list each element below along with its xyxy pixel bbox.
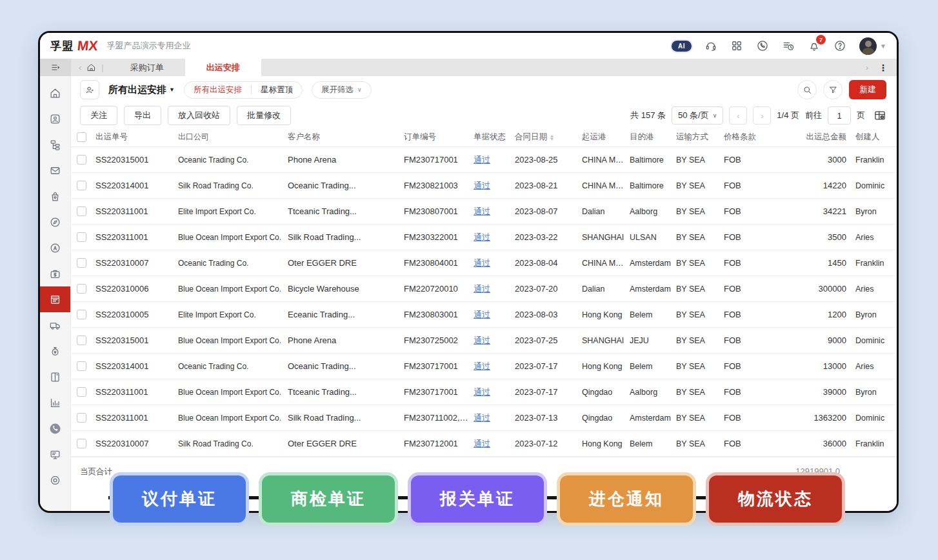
bulk-action-button[interactable]: 导出	[124, 106, 161, 125]
status-link[interactable]: 通过	[474, 232, 515, 243]
select-all-checkbox[interactable]	[77, 132, 86, 142]
forward-chevron-icon[interactable]: ›	[866, 63, 868, 72]
table-row[interactable]: SS220314001Oceanic Trading Co.Oceanic Tr…	[71, 354, 897, 379]
row-checkbox[interactable]	[77, 155, 86, 165]
sidebar-item-mail[interactable]	[40, 157, 70, 183]
next-page-button[interactable]: ›	[753, 106, 771, 125]
tab-inactive[interactable]: 采购订单	[109, 59, 185, 76]
sidebar-item-gear[interactable]	[40, 467, 70, 493]
row-checkbox[interactable]	[77, 439, 86, 448]
table-cell: ULSAN	[630, 233, 676, 242]
flow-button-1[interactable]: 议付单证	[113, 475, 246, 523]
sidebar-item-home[interactable]	[40, 80, 70, 106]
sidebar-item-contact-card[interactable]	[40, 106, 70, 132]
table-cell: Silk Road Trading...	[288, 232, 404, 242]
flow-button-4[interactable]: 进仓通知	[560, 475, 693, 523]
sidebar-item-org-chart[interactable]	[40, 132, 70, 157]
row-checkbox[interactable]	[77, 181, 86, 190]
sidebar-item-shipping-doc[interactable]	[40, 286, 70, 312]
sort-icon[interactable]: ▲▼	[550, 134, 554, 141]
headset-icon[interactable]	[704, 39, 717, 52]
table-row[interactable]: SS220315001Oceanic Trading Co.Phone Aren…	[71, 147, 897, 173]
sidebar-item-circle-a[interactable]	[40, 235, 70, 261]
sidebar-item-briefcase-dollar[interactable]	[40, 261, 70, 286]
status-link[interactable]: 通过	[474, 154, 515, 166]
sidebar-item-whatsapp[interactable]	[40, 415, 70, 441]
row-checkbox[interactable]	[77, 206, 86, 216]
flow-button-5[interactable]: 物流状态	[709, 475, 842, 523]
table-cell: Eceanic Trading...	[288, 310, 404, 319]
flow-button-2[interactable]: 商检单证	[262, 475, 395, 523]
search-icon[interactable]	[797, 80, 817, 99]
sidebar-item-money-bag[interactable]	[40, 338, 70, 364]
expand-filter-button[interactable]: 展开筛选 ∨	[312, 81, 372, 99]
goto-page-input[interactable]	[828, 106, 851, 125]
sidebar-item-bar-chart[interactable]	[40, 390, 70, 415]
back-chevron-icon[interactable]: ‹	[79, 63, 81, 72]
quick-filter-option[interactable]: 所有出运安排	[185, 82, 251, 98]
column-header[interactable]: 合同日期▲▼	[515, 132, 582, 143]
table-row[interactable]: SS220311001Blue Ocean Import Export Co.S…	[71, 225, 897, 250]
notifications-bell-icon[interactable]: 7	[808, 39, 821, 52]
row-checkbox[interactable]	[77, 387, 86, 397]
sidebar-item-notebook[interactable]	[40, 364, 70, 390]
phone-icon[interactable]	[756, 39, 769, 52]
view-selector[interactable]: 所有出运安排 ▼	[108, 84, 175, 96]
table-settings-icon[interactable]	[873, 109, 886, 122]
ai-assistant-button[interactable]: AI	[672, 41, 692, 52]
create-button[interactable]: 新建	[849, 80, 886, 99]
table-row[interactable]: SS220310005Elite Import Export Co.Eceani…	[71, 302, 897, 328]
avatar[interactable]	[859, 37, 877, 55]
row-checkbox[interactable]	[77, 258, 86, 268]
table-cell: Amsterdam	[630, 259, 676, 268]
table-row[interactable]: SS220314001Silk Road Trading Co.Oceanic …	[71, 173, 897, 199]
table-row[interactable]: SS220310007Silk Road Trading Co.Oter EGG…	[71, 431, 897, 457]
table-row[interactable]: SS220311001Elite Import Export Co.Ttcean…	[71, 199, 897, 225]
status-link[interactable]: 通过	[474, 412, 515, 424]
status-link[interactable]: 通过	[474, 309, 515, 321]
activity-log-icon[interactable]	[782, 39, 795, 52]
table-row[interactable]: SS220311001Blue Ocean Import Export Co.T…	[71, 379, 897, 405]
status-link[interactable]: 通过	[474, 438, 515, 450]
more-options-icon[interactable]: ⋮	[879, 63, 888, 73]
sidebar-item-monitor[interactable]	[40, 441, 70, 467]
home-tab-icon[interactable]	[86, 63, 96, 72]
table-row[interactable]: SS220310007Oceanic Trading Co.Oter EGGER…	[71, 250, 897, 276]
user-menu[interactable]: ▼	[859, 37, 886, 55]
status-link[interactable]: 通过	[474, 257, 515, 269]
flow-button-3[interactable]: 报关单证	[411, 475, 544, 523]
table-row[interactable]: SS220315001Blue Ocean Import Export Co.P…	[71, 328, 897, 354]
row-checkbox[interactable]	[77, 284, 86, 294]
sidebar-item-bag[interactable]	[40, 183, 70, 209]
status-link[interactable]: 通过	[474, 283, 515, 295]
page-size-select[interactable]: 50 条/页 ∨	[672, 106, 723, 125]
sidebar-item-compass[interactable]	[40, 209, 70, 235]
owner-filter-button[interactable]	[80, 80, 99, 99]
status-link[interactable]: 通过	[474, 335, 515, 346]
table-row[interactable]: SS220310006Blue Ocean Import Export Co.B…	[71, 276, 897, 302]
row-checkbox[interactable]	[77, 310, 86, 319]
status-link[interactable]: 通过	[474, 361, 515, 372]
sidebar-collapse-button[interactable]	[40, 59, 71, 76]
row-checkbox[interactable]	[77, 335, 86, 345]
row-checkbox[interactable]	[77, 232, 86, 242]
help-icon[interactable]	[833, 39, 846, 52]
row-checkbox[interactable]	[77, 413, 86, 423]
status-link[interactable]: 通过	[474, 206, 515, 217]
table-row[interactable]: SS220311001Blue Ocean Import Export Co.S…	[71, 405, 897, 431]
table-cell: 2023-08-07	[515, 206, 582, 216]
bulk-action-button[interactable]: 批量修改	[237, 106, 291, 125]
sidebar-item-truck[interactable]	[40, 312, 70, 338]
bulk-action-buttons: 关注导出放入回收站批量修改	[80, 106, 291, 125]
status-link[interactable]: 通过	[474, 180, 515, 192]
bulk-action-button[interactable]: 关注	[80, 106, 117, 125]
apps-grid-icon[interactable]	[730, 39, 743, 52]
status-link[interactable]: 通过	[474, 386, 515, 398]
row-checkbox[interactable]	[77, 361, 86, 371]
prev-page-button[interactable]: ‹	[729, 106, 747, 125]
filter-funnel-icon[interactable]	[823, 80, 843, 99]
column-header: 目的港	[630, 132, 676, 143]
tab-active[interactable]: 出运安排	[185, 59, 261, 76]
quick-filter-option[interactable]: 星标置顶	[252, 82, 302, 98]
bulk-action-button[interactable]: 放入回收站	[168, 106, 230, 125]
